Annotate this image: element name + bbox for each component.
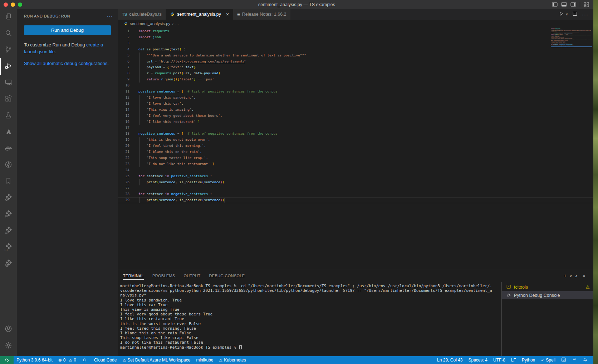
code-line-19[interactable]: 19 'this is the worst movie ever', bbox=[118, 137, 593, 143]
status-item-feedback[interactable] bbox=[558, 356, 569, 364]
code-line-1[interactable]: 1import requests bbox=[118, 28, 593, 34]
activity-bar-item-testing[interactable] bbox=[0, 108, 17, 124]
maximize-panel-icon[interactable]: ∧ bbox=[575, 274, 577, 278]
remote-indicator[interactable] bbox=[0, 356, 14, 364]
code-line-17[interactable]: 17 bbox=[118, 125, 593, 131]
code-line-18[interactable]: 18negative_sentences = [ # list of negat… bbox=[118, 131, 593, 137]
code-line-11[interactable]: 11positive_sentences = [ # list of posit… bbox=[118, 89, 593, 95]
activity-bar-item-explorer[interactable] bbox=[0, 9, 17, 25]
minimize-window-button[interactable] bbox=[11, 3, 15, 7]
status-item-cloud-code[interactable]: Cloud Code bbox=[90, 356, 119, 364]
code-line-22[interactable]: 22 'This soup tastes like crap.', bbox=[118, 155, 593, 161]
show-debug-configurations-link[interactable]: Show all automatic debug configurations. bbox=[24, 61, 109, 66]
activity-bar-item-search[interactable] bbox=[0, 25, 17, 42]
breadcrumb[interactable]: sentiment_analysis.py › ... bbox=[118, 20, 593, 27]
activity-bar-item-azure-ml-molecule[interactable] bbox=[0, 255, 17, 272]
status-item-eol[interactable]: LF bbox=[508, 356, 519, 364]
terminal-list-item-python-debug-console[interactable]: Python Debug Console bbox=[502, 291, 593, 299]
status-item-spell-checker[interactable]: ✓Spell bbox=[538, 356, 558, 364]
activity-bar-item-run-and-debug[interactable] bbox=[0, 58, 17, 75]
code-line-23[interactable]: 23 'I do not like this restaurant' ] bbox=[118, 161, 593, 167]
tab-release-notes[interactable]: ≡ Release Notes: 1.66.2 bbox=[233, 9, 290, 20]
code-line-10[interactable]: 10 bbox=[118, 83, 593, 89]
activity-bar-item-settings[interactable] bbox=[0, 338, 17, 354]
code-line-14[interactable]: 14 'This view is amazing', bbox=[118, 107, 593, 113]
code-line-29[interactable]: 29 print(sentence, is_positive(sentence)… bbox=[551, 46, 592, 47]
status-item-python-version[interactable]: Python 3.9.6 64-bit bbox=[14, 356, 55, 364]
sidebar-more-actions-icon[interactable]: ··· bbox=[107, 13, 113, 19]
code-line-6[interactable]: 6 url = 'http://text-processing.com/api/… bbox=[118, 59, 593, 65]
line-number: 3 bbox=[118, 40, 129, 46]
status-item-survey-flag[interactable] bbox=[569, 356, 580, 364]
code-line-12[interactable]: 12 'I love this sandwich.', bbox=[118, 95, 593, 101]
panel-tab-output[interactable]: OUTPUT bbox=[184, 272, 201, 279]
breadcrumb-more[interactable]: ... bbox=[175, 21, 179, 26]
activity-bar-item-bookmarks[interactable] bbox=[0, 173, 17, 190]
code-line-15[interactable]: 15 'I feel very good about these beers', bbox=[118, 113, 593, 119]
activity-bar-item-azure-ml-run[interactable] bbox=[0, 206, 17, 223]
activity-bar-item-azure[interactable] bbox=[0, 124, 17, 140]
code-line-29[interactable]: 29 print(sentence, is_positive(sentence)… bbox=[118, 197, 593, 203]
status-item-kubernetes[interactable]: ⚠Kubernetes bbox=[216, 356, 249, 364]
status-item-minikube[interactable]: minikube bbox=[193, 356, 216, 364]
status-item-cursor-position[interactable]: Ln 29, Col 43 bbox=[434, 356, 465, 364]
status-item-problems[interactable]: ⊗0⚠0 bbox=[55, 356, 79, 364]
close-window-button[interactable] bbox=[4, 3, 8, 7]
terminal-dropdown-chevron-icon[interactable]: ∨ bbox=[569, 274, 572, 278]
activity-bar-item-extensions[interactable] bbox=[0, 91, 17, 108]
editor-more-actions-icon[interactable]: ··· bbox=[582, 11, 588, 18]
code-line-5[interactable]: 5 """Use a web service to determine whet… bbox=[118, 53, 593, 59]
code-line-8[interactable]: 8 r = requests.post(url, data=payload) bbox=[118, 70, 593, 76]
minimap[interactable]: 1import requests2import json34def is_pos… bbox=[551, 28, 592, 242]
code-line-16[interactable]: 16 'I like this restaurant' ] bbox=[118, 119, 593, 125]
code-line-21[interactable]: 21 'I blame this on the rain', bbox=[118, 149, 593, 155]
status-item-azure-ml-workspace[interactable]: ⚠Set Default Azure ML Workspace bbox=[119, 356, 193, 364]
activity-bar-item-remote-explorer[interactable] bbox=[0, 75, 17, 91]
toggle-sidebar-right-icon[interactable] bbox=[570, 2, 576, 7]
panel-tab-problems[interactable]: PROBLEMS bbox=[152, 272, 175, 279]
new-terminal-icon[interactable]: + bbox=[564, 273, 567, 279]
code-line-25[interactable]: 25for sentence in positive_sentences : bbox=[118, 173, 593, 179]
toggle-sidebar-left-icon[interactable] bbox=[552, 2, 558, 7]
code-line-13[interactable]: 13 'I love this car', bbox=[118, 101, 593, 107]
close-tab-icon[interactable]: × bbox=[226, 11, 229, 17]
activity-bar-item-source-control[interactable] bbox=[0, 42, 17, 58]
code-line-24[interactable]: 24 bbox=[118, 167, 593, 173]
tab-calculatedays-ts[interactable]: TS calculateDays.ts bbox=[118, 9, 166, 20]
status-item-notifications[interactable] bbox=[580, 356, 590, 364]
breadcrumb-file[interactable]: sentiment_analysis.py bbox=[130, 21, 170, 26]
toggle-panel-icon[interactable] bbox=[561, 2, 567, 7]
code-line-7[interactable]: 7 payload = {'text': text} bbox=[118, 64, 593, 70]
run-dropdown-chevron-icon[interactable]: ∨ bbox=[565, 13, 568, 16]
activity-bar-item-accounts[interactable] bbox=[0, 321, 17, 338]
status-item-debug-misc[interactable] bbox=[79, 356, 90, 364]
run-and-debug-button[interactable]: Run and Debug bbox=[24, 25, 111, 35]
close-panel-icon[interactable]: × bbox=[583, 273, 585, 279]
code-line-28[interactable]: 28for sentence in negative_sentences : bbox=[118, 191, 593, 197]
code-line-20[interactable]: 20 'I feel tired this morning.', bbox=[118, 143, 593, 149]
activity-bar-item-azure-ml-hexagon[interactable] bbox=[0, 190, 17, 206]
customize-layout-icon[interactable] bbox=[584, 2, 589, 7]
split-editor-icon[interactable] bbox=[572, 11, 578, 18]
panel-tab-terminal[interactable]: TERMINAL bbox=[123, 272, 144, 280]
code-editor[interactable]: 1import requests2import json34def is_pos… bbox=[118, 27, 593, 269]
terminal-output[interactable]: martinheller@Martins-Retina-MacBook TS e… bbox=[118, 282, 501, 356]
code-line-4[interactable]: 4def is_positive(text) : bbox=[118, 46, 593, 53]
tab-sentiment-analysis-py[interactable]: sentiment_analysis.py × bbox=[166, 9, 233, 20]
run-python-file-icon[interactable] bbox=[559, 11, 564, 18]
activity-bar-item-azure-ml-brackets[interactable]: [...] bbox=[0, 239, 17, 255]
status-item-language-mode[interactable]: Python bbox=[519, 356, 538, 364]
panel-tab-debug-console[interactable]: DEBUG CONSOLE bbox=[209, 272, 245, 279]
status-item-encoding[interactable]: UTF-8 bbox=[490, 356, 508, 364]
code-line-26[interactable]: 26 print(sentence, is_positive(sentence)… bbox=[118, 179, 593, 185]
code-line-9[interactable]: 9 return r.json()['label'] == 'pos' bbox=[118, 76, 593, 83]
status-item-indentation[interactable]: Spaces: 4 bbox=[466, 356, 490, 364]
activity-bar-item-azure-ml-api[interactable]: API bbox=[0, 223, 17, 239]
activity-bar-item-kubernetes[interactable] bbox=[0, 157, 17, 173]
code-line-2[interactable]: 2import json bbox=[118, 34, 593, 40]
code-line-27[interactable]: 27 bbox=[118, 185, 593, 191]
activity-bar-item-docker[interactable] bbox=[0, 140, 17, 157]
terminal-list-item-tcitools[interactable]: tcitools⚠ bbox=[502, 283, 593, 291]
zoom-window-button[interactable] bbox=[18, 3, 22, 7]
code-line-3[interactable]: 3 bbox=[118, 40, 593, 46]
